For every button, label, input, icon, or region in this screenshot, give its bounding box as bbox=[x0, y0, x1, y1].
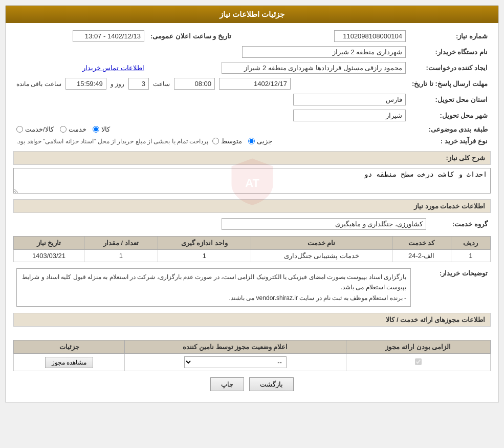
city-input: شیراز bbox=[293, 110, 406, 121]
cell-qty: 1 bbox=[84, 250, 158, 262]
category-kala-radio[interactable] bbox=[93, 126, 99, 133]
col-qty: تعداد / مقدار bbox=[84, 237, 158, 250]
buyer-notes-box: بارگزاری اسناد بپیوست بصورت امضای فیزیکی… bbox=[16, 268, 411, 307]
category-kala-label: کالا bbox=[101, 125, 110, 133]
perm-status-select[interactable]: -- bbox=[184, 356, 287, 368]
category-khidmat[interactable]: خدمت bbox=[60, 125, 86, 133]
buyer-name-input: شهرداری منطقه 2 شیراز bbox=[242, 46, 406, 58]
info-table-top: شماره نیاز: 1102098108000104 تاریخ و ساع… bbox=[13, 28, 491, 147]
permissions-spacer bbox=[13, 330, 491, 340]
general-desc-textarea[interactable] bbox=[13, 168, 491, 194]
category-row: کالا/خدمت خدمت کالا bbox=[13, 123, 409, 135]
announce-date-label: تاریخ و ساعت اعلان عمومی: bbox=[147, 28, 239, 44]
cell-row: 1 bbox=[451, 250, 490, 262]
process-row: پرداخت تمام یا بخشی از مبلغ خریدار از مح… bbox=[13, 135, 409, 147]
buyer-notes-value: بارگزاری اسناد بپیوست بصورت امضای فیزیکی… bbox=[13, 266, 414, 309]
process-jozii[interactable]: جزیی bbox=[248, 137, 272, 145]
process-note: پرداخت تمام یا بخشی از مبلغ خریدار از مح… bbox=[16, 138, 208, 145]
page-container: جزئیات اطلاعات نیاز شماره نیاز: 11020981… bbox=[0, 0, 504, 408]
buyer-name-value: شهرداری منطقه 2 شیراز bbox=[13, 44, 409, 60]
col-date: تاریخ نیاز bbox=[14, 237, 84, 250]
permissions-section-header: اطلاعات مجوزهای ارائه خدمت / کالا bbox=[13, 313, 491, 327]
col-code: کد خدمت bbox=[392, 237, 451, 250]
process-jozii-label: جزیی bbox=[257, 137, 272, 145]
services-section-header: اطلاعات خدمات مورد نیاز bbox=[13, 199, 491, 213]
general-desc-section-header: شرح کلی نیاز: bbox=[13, 151, 491, 165]
perm-required-cell bbox=[346, 354, 490, 371]
remaining-value: 15:59:49 bbox=[65, 78, 106, 90]
category-khidmat-label: خدمت bbox=[69, 125, 86, 133]
remaining-label: ساعت باقی مانده bbox=[16, 80, 61, 88]
buyer-notes-table: توضیحات خریدار: بارگزاری اسناد بپیوست بص… bbox=[13, 266, 491, 309]
services-section-label: اطلاعات خدمات مورد نیاز bbox=[414, 202, 485, 210]
province-input: فارس bbox=[293, 94, 406, 105]
time-value: 08:00 bbox=[174, 78, 215, 90]
cell-date: 1403/03/21 bbox=[14, 250, 84, 262]
process-motavasset[interactable]: متوسط bbox=[212, 137, 242, 145]
category-khidmat-radio[interactable] bbox=[60, 126, 67, 133]
reply-deadline-row: ساعت باقی مانده 15:59:49 روز و 3 ساعت 08… bbox=[13, 76, 409, 92]
cell-unit: 1 bbox=[158, 250, 251, 262]
time-label: ساعت bbox=[153, 80, 170, 88]
service-group-value: کشاورزی، جنگلداری و ماهیگیری bbox=[13, 216, 429, 232]
creator-label: ایجاد کننده درخواست: bbox=[409, 60, 491, 76]
creator-input: محمود رازقی مسئول قراردادها شهرداری منطق… bbox=[222, 62, 406, 74]
category-kala-khidmat[interactable]: کالا/خدمت bbox=[16, 125, 54, 133]
card-header: جزئیات اطلاعات نیاز bbox=[6, 6, 498, 23]
days-value: 3 bbox=[128, 78, 149, 90]
perm-col-detail: جزئیات bbox=[14, 340, 125, 354]
reply-date-value: 1402/12/17 bbox=[219, 78, 291, 90]
show-permit-button[interactable]: مشاهده مجوز bbox=[45, 357, 93, 368]
city-label: شهر محل تحویل: bbox=[409, 108, 491, 123]
perm-col-required: الزامی بودن ارائه مجوز bbox=[346, 340, 490, 354]
table-row: 1 الف-2-24 خدمات پشتیبانی جنگل‌داری 1 1 … bbox=[14, 250, 491, 262]
general-desc-container: AT document.addEventListener('DOMContent… bbox=[13, 168, 491, 195]
card-body: شماره نیاز: 1102098108000104 تاریخ و ساع… bbox=[6, 23, 498, 402]
reply-deadline-label: مهلت ارسال پاسخ: تا تاریخ: bbox=[409, 76, 491, 92]
category-kala[interactable]: کالا bbox=[93, 125, 110, 133]
perm-col-status: اعلام وضعیت مجوز توسط نامین کننده bbox=[125, 340, 346, 354]
process-label: نوع فرآیند خرید : bbox=[409, 135, 491, 147]
perm-row: -- مشاهده مجوز bbox=[14, 354, 491, 371]
province-value: فارس bbox=[13, 92, 409, 108]
cell-code: الف-2-24 bbox=[392, 250, 451, 262]
col-unit: واحد اندازه گیری bbox=[158, 237, 251, 250]
category-kala-khidmat-radio[interactable] bbox=[16, 126, 23, 133]
buyer-notes-label: توضیحات خریدار: bbox=[414, 266, 491, 309]
col-name: نام خدمت bbox=[251, 237, 392, 250]
category-kala-khidmat-label: کالا/خدمت bbox=[25, 125, 54, 133]
process-motavasset-label: متوسط bbox=[221, 137, 242, 145]
city-value: شیراز bbox=[13, 108, 409, 123]
announce-date-value: 1402/12/13 - 13:07 bbox=[13, 28, 147, 44]
creator-value: محمود رازقی مسئول قراردادها شهرداری منطق… bbox=[147, 60, 409, 76]
process-motavasset-radio[interactable] bbox=[212, 138, 219, 144]
contact-link[interactable]: اطلاعات تماس خریدار bbox=[82, 64, 144, 72]
service-group-input: کشاورزی، جنگلداری و ماهیگیری bbox=[222, 218, 426, 230]
perm-detail-cell: مشاهده مجوز bbox=[14, 354, 125, 371]
announce-date-input: 1402/12/13 - 13:07 bbox=[73, 30, 144, 42]
service-group-table: گروه خدمت: کشاورزی، جنگلداری و ماهیگیری bbox=[13, 216, 491, 232]
services-data-table: ردیف کد خدمت نام خدمت واحد اندازه گیری ت… bbox=[13, 236, 491, 262]
page-title: جزئیات اطلاعات نیاز bbox=[220, 10, 284, 18]
need-number-input: 1102098108000104 bbox=[334, 30, 406, 42]
main-card: جزئیات اطلاعات نیاز شماره نیاز: 11020981… bbox=[5, 5, 499, 403]
cell-name: خدمات پشتیبانی جنگل‌داری bbox=[251, 250, 392, 262]
service-group-label: گروه خدمت: bbox=[429, 216, 491, 232]
province-label: استان محل تحویل: bbox=[409, 92, 491, 108]
need-number-label: شماره نیاز: bbox=[409, 28, 491, 44]
permissions-table: الزامی بودن ارائه مجوز اعلام وضعیت مجوز … bbox=[13, 340, 491, 371]
buyer-name-label: نام دستگاه خریدار: bbox=[409, 44, 491, 60]
col-row: ردیف bbox=[451, 237, 490, 250]
need-number-value: 1102098108000104 bbox=[239, 28, 409, 44]
category-label: طبقه بندی موضوعی: bbox=[409, 123, 491, 135]
general-desc-label: شرح کلی نیاز: bbox=[446, 154, 485, 162]
perm-required-checkbox bbox=[415, 358, 422, 365]
print-button[interactable]: چاپ bbox=[210, 377, 244, 391]
days-label: روز و bbox=[111, 80, 124, 88]
process-jozii-radio[interactable] bbox=[248, 138, 255, 144]
perm-status-cell: -- bbox=[125, 354, 346, 371]
back-button[interactable]: بازگشت bbox=[249, 377, 294, 391]
contact-link-cell: اطلاعات تماس خریدار bbox=[13, 60, 147, 76]
permissions-title: اطلاعات مجوزهای ارائه خدمت / کالا bbox=[386, 316, 485, 324]
bottom-buttons: بازگشت چاپ bbox=[13, 371, 491, 397]
